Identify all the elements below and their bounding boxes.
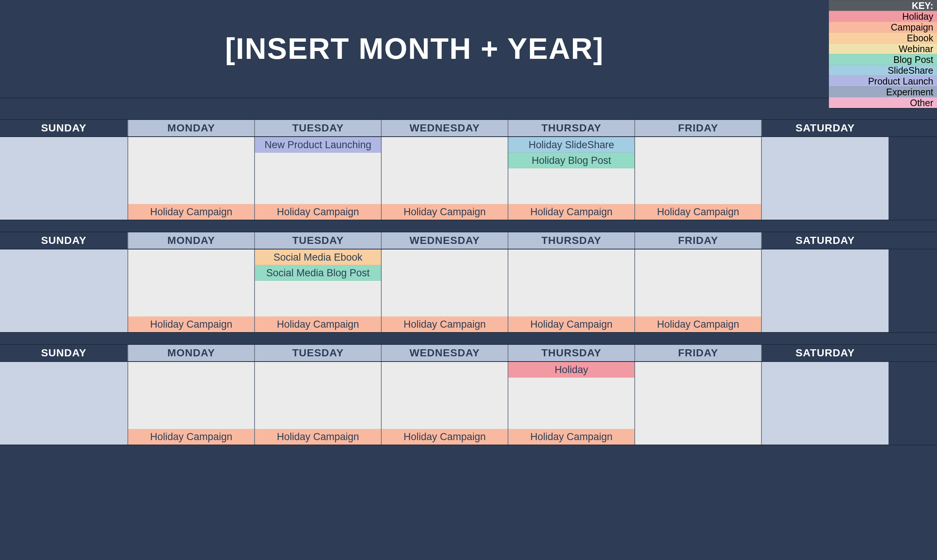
cell-spacer [255,153,381,204]
day-cell[interactable]: Holiday Campaign [255,362,382,445]
day-header: SUNDAY [0,120,128,136]
day-header: WEDNESDAY [382,232,508,249]
day-header: MONDAY [128,120,255,136]
calendar-event[interactable]: Holiday Campaign [508,317,634,332]
cell-spacer [382,137,508,204]
calendar-event[interactable]: Holiday Campaign [255,429,381,445]
cell-spacer [762,249,889,332]
cell-spacer [635,137,761,204]
day-cell[interactable]: Holiday Campaign [128,249,255,332]
legend-item: Blog Post [829,54,937,65]
day-cell[interactable] [0,249,128,332]
day-cell[interactable]: Holiday Campaign [382,249,508,332]
cell-spacer [255,281,381,317]
cell-spacer [508,168,634,204]
week-header: SUNDAYMONDAYTUESDAYWEDNESDAYTHURSDAYFRID… [0,232,937,249]
day-cell[interactable]: Holiday Campaign [128,362,255,445]
day-header: SATURDAY [762,345,889,361]
cell-spacer [508,378,634,429]
day-header: TUESDAY [255,120,382,136]
cell-spacer [635,362,761,445]
day-cell[interactable]: Holiday Campaign [382,137,508,220]
day-header: TUESDAY [255,232,382,249]
calendar-event[interactable]: Holiday Campaign [255,317,381,332]
day-header: THURSDAY [508,345,635,361]
day-cell[interactable]: New Product LaunchingHoliday Campaign [255,137,382,220]
calendar-event[interactable]: Holiday Campaign [382,317,508,332]
day-header: FRIDAY [635,345,762,361]
day-cell[interactable] [762,362,889,445]
cell-spacer [128,137,254,204]
cell-spacer [382,249,508,317]
calendar-event[interactable]: Holiday Campaign [128,317,254,332]
day-header: WEDNESDAY [382,345,508,361]
cell-spacer [128,362,254,429]
day-header: FRIDAY [635,232,762,249]
calendar-event[interactable]: Holiday Blog Post [508,153,634,168]
day-cell[interactable]: Holiday Campaign [382,362,508,445]
day-header: THURSDAY [508,120,635,136]
legend-item: Webinar [829,43,937,54]
day-cell[interactable]: Holiday SlideShareHoliday Blog PostHolid… [508,137,635,220]
calendar-event[interactable]: Holiday SlideShare [508,137,634,153]
week-header: SUNDAYMONDAYTUESDAYWEDNESDAYTHURSDAYFRID… [0,344,937,362]
calendar-event[interactable]: Holiday Campaign [635,204,761,220]
day-cell[interactable]: Social Media EbookSocial Media Blog Post… [255,249,382,332]
legend-item: Product Launch [829,75,937,86]
cell-spacer [508,249,634,317]
day-cell[interactable]: Holiday Campaign [635,137,762,220]
calendar-event[interactable]: Holiday Campaign [508,429,634,445]
cell-spacer [128,249,254,317]
spacer [0,333,937,344]
day-header: THURSDAY [508,232,635,249]
legend-item: Experiment [829,86,937,97]
day-header: SATURDAY [762,232,889,249]
legend-item: Holiday [829,11,937,22]
day-header: MONDAY [128,232,255,249]
legend: KEY: HolidayCampaignEbookWebinarBlog Pos… [829,0,937,109]
day-cell[interactable] [762,249,889,332]
legend-item: Campaign [829,22,937,32]
calendar-event[interactable]: Holiday Campaign [382,429,508,445]
cell-spacer [762,137,889,220]
cell-spacer [255,362,381,429]
calendar-event[interactable]: Holiday Campaign [255,204,381,220]
calendar-event[interactable]: Social Media Blog Post [255,265,381,281]
day-cell[interactable]: HolidayHoliday Campaign [508,362,635,445]
calendar-event[interactable]: Social Media Ebook [255,249,381,265]
week-header: SUNDAYMONDAYTUESDAYWEDNESDAYTHURSDAYFRID… [0,119,937,137]
day-cell[interactable] [0,137,128,220]
day-cell[interactable] [0,362,128,445]
calendar-event[interactable]: Holiday [508,362,634,378]
week-body: Holiday CampaignHoliday CampaignHoliday … [0,362,937,445]
legend-item: Other [829,97,937,108]
calendar-event[interactable]: New Product Launching [255,137,381,153]
cell-spacer [0,249,128,332]
day-cell[interactable]: Holiday Campaign [635,249,762,332]
week-body: Holiday CampaignSocial Media EbookSocial… [0,249,937,333]
day-cell[interactable] [762,137,889,220]
calendar-event[interactable]: Holiday Campaign [382,204,508,220]
legend-item: Ebook [829,32,937,43]
day-header: WEDNESDAY [382,120,508,136]
legend-header: KEY: [829,0,937,11]
calendar-event[interactable]: Holiday Campaign [635,317,761,332]
day-header: MONDAY [128,345,255,361]
day-cell[interactable]: Holiday Campaign [128,137,255,220]
day-header: FRIDAY [635,120,762,136]
day-header: SATURDAY [762,120,889,136]
day-cell[interactable]: Holiday Campaign [508,249,635,332]
legend-item: SlideShare [829,65,937,75]
cell-spacer [382,362,508,429]
day-cell[interactable] [635,362,762,445]
page-title[interactable]: [INSERT MONTH + YEAR] [0,0,937,98]
header: [INSERT MONTH + YEAR] KEY: HolidayCampai… [0,0,937,98]
cell-spacer [0,362,128,445]
cell-spacer [0,137,128,220]
calendar-event[interactable]: Holiday Campaign [508,204,634,220]
calendar-event[interactable]: Holiday Campaign [128,204,254,220]
day-header: SUNDAY [0,232,128,249]
calendar-event[interactable]: Holiday Campaign [128,429,254,445]
day-header: TUESDAY [255,345,382,361]
spacer [0,220,937,232]
